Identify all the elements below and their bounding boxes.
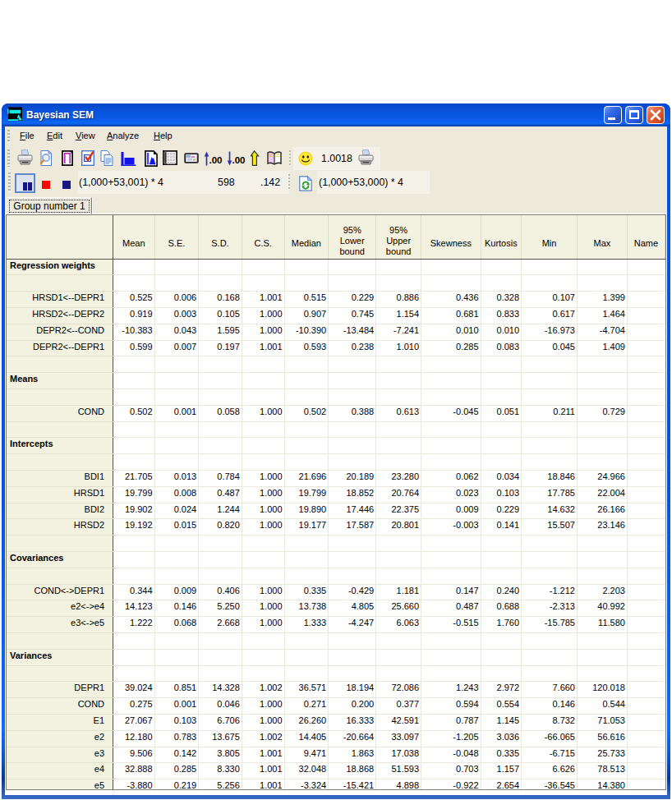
- svg-text:.00: .00: [209, 155, 223, 165]
- svg-text:.00: .00: [232, 155, 246, 165]
